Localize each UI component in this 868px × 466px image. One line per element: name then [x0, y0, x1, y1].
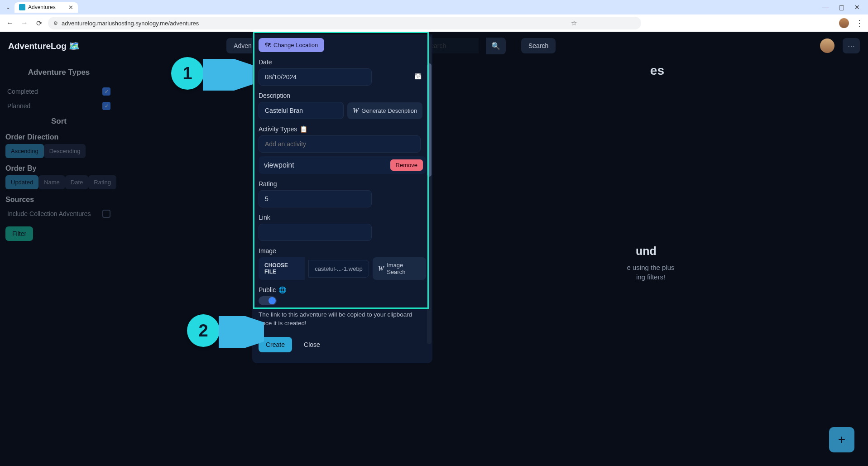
browser-tab[interactable]: Adventures ✕ [14, 2, 78, 13]
sources-label: Sources [5, 196, 112, 204]
add-fab-button[interactable]: + [829, 427, 854, 452]
maximize-icon[interactable]: ▢ [839, 4, 844, 11]
clipboard-icon: 📋 [300, 125, 307, 133]
activity-types-label: Activity Types 📋 [259, 125, 426, 133]
url-text: adventurelog.mariushosting.synology.me/a… [62, 20, 199, 27]
globe-icon: 🌐 [278, 286, 286, 293]
forward-icon[interactable]: → [19, 18, 30, 29]
annotation-badge-1: 1 [171, 57, 204, 90]
activity-tag: viewpoint [264, 161, 294, 169]
map-icon: 🗺 [265, 42, 271, 48]
image-search-label: Image Search [387, 262, 421, 275]
back-icon[interactable]: ← [5, 18, 15, 29]
empty-line-2: ing filters! [636, 273, 665, 281]
annotation-arrow-1 [203, 59, 253, 91]
bookmark-star-icon[interactable]: ☆ [571, 19, 577, 27]
app-menu-icon[interactable]: ⋯ [843, 38, 860, 53]
orderby-updated[interactable]: Updated [5, 175, 38, 189]
change-location-label: Change Location [273, 42, 318, 48]
adventure-modal: 🗺 Change Location Date Description W Gen… [252, 34, 432, 363]
search-icon[interactable]: 🔍 [486, 38, 506, 54]
planned-checkbox[interactable]: ✓ [102, 102, 110, 110]
tab-title: Adventures [28, 4, 56, 10]
app-logo[interactable]: AdventureLog 🗺️ [8, 41, 80, 51]
description-label: Description [259, 92, 426, 99]
profile-avatar-icon[interactable] [839, 18, 849, 28]
file-name-display: castelul-...-1.webp [308, 260, 369, 278]
sidebar-completed-label: Completed [7, 88, 38, 95]
site-settings-icon[interactable]: ⚙ [53, 20, 58, 26]
empty-line-1: e using the plus [627, 264, 674, 271]
reload-icon[interactable]: ⟳ [34, 18, 44, 29]
rating-label: Rating [259, 180, 426, 187]
orderby-date[interactable]: Date [65, 175, 88, 189]
order-by-label: Order By [5, 164, 112, 173]
minimize-icon[interactable]: — [822, 4, 829, 11]
sidebar-planned-label: Planned [7, 102, 30, 110]
modal-scrollbar[interactable] [427, 36, 432, 344]
date-label: Date [259, 58, 426, 66]
filter-button[interactable]: Filter [5, 226, 33, 241]
annotation-arrow-2 [219, 316, 264, 348]
change-location-button[interactable]: 🗺 Change Location [259, 38, 324, 52]
empty-state-title: und [601, 245, 691, 258]
public-label: Public 🌐 [259, 286, 426, 293]
order-direction-label: Order Direction [5, 133, 112, 141]
image-search-button[interactable]: W Image Search [373, 257, 426, 280]
tab-dropdown-icon[interactable]: ⌄ [4, 3, 13, 12]
rating-input[interactable] [259, 190, 372, 207]
tab-close-icon[interactable]: ✕ [68, 4, 73, 11]
ascending-button[interactable]: Ascending [5, 144, 44, 158]
link-input[interactable] [259, 224, 372, 241]
user-avatar[interactable] [820, 38, 834, 53]
descending-button[interactable]: Descending [44, 144, 86, 158]
search-button[interactable]: Search [521, 38, 556, 53]
generate-description-label: Generate Description [361, 107, 417, 114]
tab-favicon [19, 4, 25, 10]
choose-file-button[interactable]: CHOOSE FILE [259, 257, 305, 280]
link-label: Link [259, 214, 426, 221]
chrome-menu-icon[interactable]: ⋮ [855, 18, 863, 28]
include-collection-checkbox[interactable] [102, 210, 110, 218]
image-label: Image [259, 247, 426, 255]
public-note: The link to this adventure will be copie… [259, 311, 422, 328]
close-button[interactable]: Close [297, 337, 327, 352]
sidebar-sort-title: Sort [5, 117, 112, 126]
remove-activity-button[interactable]: Remove [390, 159, 423, 171]
generate-description-button[interactable]: W Generate Description [347, 102, 422, 119]
orderby-rating[interactable]: Rating [88, 175, 116, 189]
activity-input[interactable] [259, 135, 421, 153]
public-toggle[interactable] [259, 296, 277, 305]
completed-checkbox[interactable]: ✓ [102, 87, 110, 96]
logo-text: AdventureLog 🗺️ [8, 41, 80, 51]
description-input[interactable] [259, 102, 344, 119]
wikipedia-icon: W [378, 265, 384, 273]
date-input[interactable] [259, 68, 372, 86]
wikipedia-icon: W [353, 107, 359, 115]
sidebar-types-title: Adventure Types [5, 68, 112, 77]
url-bar[interactable]: ⚙ adventurelog.mariushosting.synology.me… [48, 17, 641, 29]
orderby-name[interactable]: Name [38, 175, 65, 189]
close-window-icon[interactable]: ✕ [854, 4, 860, 11]
annotation-badge-2: 2 [187, 314, 220, 347]
include-collection-label: Include Collection Adventures [7, 210, 91, 217]
page-title-partial: es [650, 63, 664, 78]
